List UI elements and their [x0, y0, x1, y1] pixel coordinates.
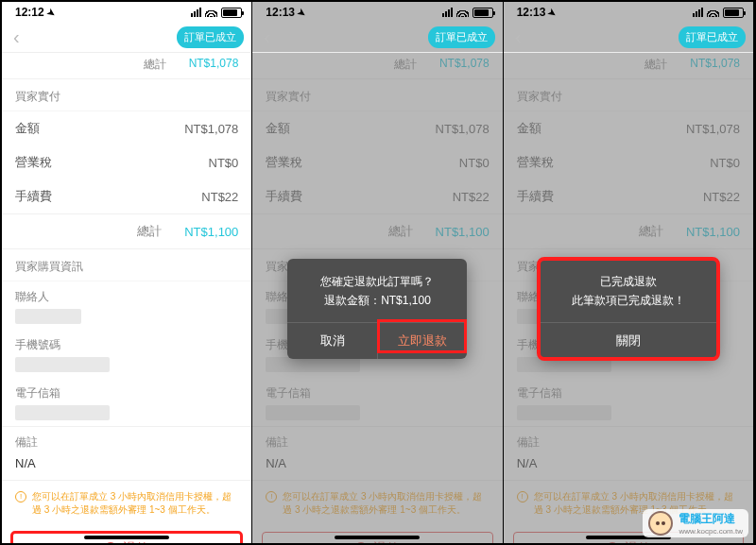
buyer-pay-section: 買家實付: [2, 79, 251, 111]
row-amount: 金額NT$1,078: [2, 111, 251, 145]
status-bar: 12:12➤: [2, 2, 251, 23]
refund-icon: ¥: [606, 542, 619, 543]
home-indicator[interactable]: [335, 536, 420, 539]
order-status-badge: 訂單已成立: [679, 26, 746, 48]
confirm-refund-dialog: 您確定退款此訂單嗎？ 退款金額：NT$1,100 取消 立即退款: [287, 259, 467, 359]
subtotal-row: 總計 NT$1,078: [2, 53, 251, 79]
status-time: 12:13: [517, 6, 546, 19]
subtotal-row: 總計 NT$1,078: [252, 53, 502, 79]
watermark: 電腦王阿達 www.kocpc.com.tw: [643, 509, 748, 537]
row-total: 總計NT$1,100: [2, 214, 251, 248]
row-fee: 手續費NT$22: [2, 179, 251, 213]
signal-icon: [191, 8, 201, 17]
phone-label: 手機號碼: [2, 330, 251, 355]
info-icon: !: [15, 491, 26, 502]
battery-icon: [472, 8, 493, 18]
email-label: 電子信箱: [2, 378, 251, 403]
back-icon[interactable]: ‹: [511, 26, 525, 48]
status-time: 12:12: [15, 6, 44, 19]
wifi-icon: [707, 8, 719, 17]
order-status-badge: 訂單已成立: [428, 26, 495, 48]
watermark-url: www.kocpc.com.tw: [679, 527, 743, 536]
refund-icon: ¥: [104, 542, 117, 543]
subtotal-value: NT$1,078: [189, 57, 239, 73]
screen-2: 12:13➤ ‹ 訂單已成立 總計 NT$1,078 買家實付 金額NT$1,0…: [252, 2, 503, 543]
dialog-amount: 退款金額：NT$1,100: [297, 291, 457, 310]
signal-icon: [442, 8, 453, 17]
back-icon[interactable]: ‹: [9, 26, 24, 48]
info-icon: !: [266, 491, 277, 502]
screen-1: 12:12➤ ‹ 訂單已成立 總計 NT$1,078 買家實付 金額NT$1,0…: [2, 2, 252, 543]
order-status-badge: 訂單已成立: [177, 26, 244, 48]
battery-icon: [723, 8, 744, 18]
page-header: ‹ 訂單已成立: [252, 23, 502, 53]
page-header: ‹ 訂單已成立: [2, 23, 251, 53]
signal-icon: [693, 8, 703, 17]
contact-label: 聯絡人: [2, 281, 251, 307]
close-button[interactable]: 關閉: [539, 323, 718, 359]
location-icon: ➤: [296, 6, 308, 19]
refund-icon: ¥: [354, 542, 368, 543]
wifi-icon: [205, 8, 217, 17]
screen-3: 12:13➤ ‹ 訂單已成立 總計NT$1,078 買家實付 金額NT$1,07…: [504, 2, 754, 543]
refund-notice: ! 您可以在訂單成立 3 小時內取消信用卡授權，超過 3 小時之退款需額外審理 …: [2, 481, 251, 526]
notice-text: 您可以在訂單成立 3 小時內取消信用卡授權，超過 3 小時之退款需額外審理 1~…: [32, 490, 238, 517]
status-time: 12:13: [266, 6, 295, 19]
status-bar: 12:13➤: [252, 2, 502, 23]
dialog-message: 此筆款項已完成退款！: [548, 291, 709, 310]
confirm-refund-button[interactable]: 立即退款: [377, 323, 468, 359]
watermark-title: 電腦王阿達: [679, 512, 735, 525]
buyer-info-section: 買家購買資訊: [2, 249, 251, 281]
battery-icon: [221, 8, 242, 18]
refund-complete-dialog: 已完成退款 此筆款項已完成退款！ 關閉: [539, 259, 718, 359]
back-icon[interactable]: ‹: [260, 26, 274, 48]
refund-button-label: 退款: [123, 540, 149, 543]
status-bar: 12:13➤: [504, 2, 753, 23]
page-header: ‹ 訂單已成立: [504, 23, 753, 53]
subtotal-label: 總計: [144, 57, 166, 73]
three-screen-comparison: 12:12➤ ‹ 訂單已成立 總計 NT$1,078 買家實付 金額NT$1,0…: [0, 0, 756, 545]
dialog-title: 您確定退款此訂單嗎？: [297, 272, 457, 291]
watermark-avatar-icon: [648, 511, 673, 536]
note-value: N/A: [2, 452, 251, 480]
wifi-icon: [456, 8, 469, 17]
phone-value-redacted: [15, 357, 110, 372]
note-label: 備註: [2, 427, 251, 452]
contact-value-redacted: [15, 309, 81, 324]
email-value-redacted: [15, 405, 110, 420]
location-icon: ➤: [44, 6, 57, 19]
home-indicator[interactable]: [84, 536, 169, 539]
row-tax: 營業稅NT$0: [2, 145, 251, 179]
dialog-title: 已完成退款: [548, 272, 709, 291]
location-icon: ➤: [546, 6, 558, 19]
info-icon: !: [517, 491, 528, 502]
cancel-button[interactable]: 取消: [287, 323, 377, 359]
